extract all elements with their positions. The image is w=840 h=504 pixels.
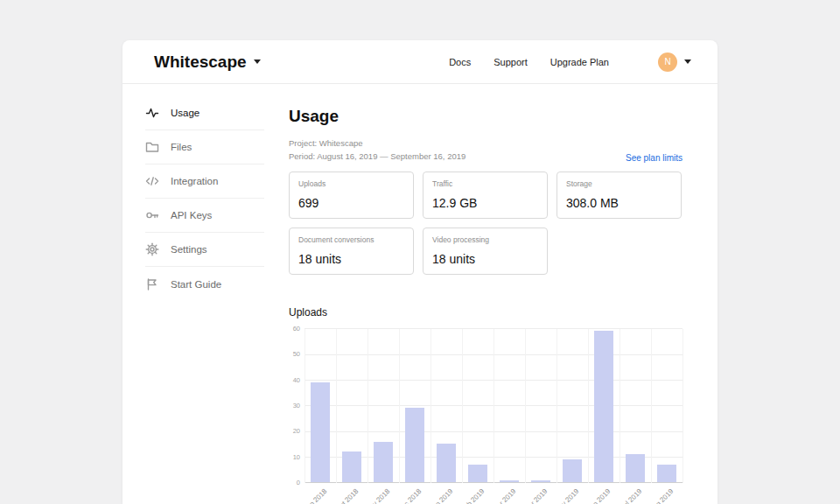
usage-meta: Project: Whitescape Period: August 16, 2… [289,137,466,163]
avatar: N [658,52,677,72]
stat-value: 12.9 GB [432,196,538,210]
y-tick-label: 40 [293,377,300,384]
chart-bar [374,442,393,483]
y-tick-label: 20 [293,428,300,435]
chart-bar [594,331,613,482]
gridline-vertical [494,329,494,483]
x-tick-label: 1 Feb 2019 [455,487,486,504]
chart-x-axis: 1 Sep 20181 Oct 20181 Nov 20181 Dec 2018… [289,483,682,504]
content-area: Usage Files Integration [122,84,718,504]
x-tick-label: 1 Oct 2018 [330,487,360,504]
gridline-vertical [620,329,620,483]
sidebar-item-integration[interactable]: Integration [145,164,264,199]
chart-bar [563,459,582,482]
stat-card-uploads: Uploads 699 [289,172,414,219]
sidebar-item-api-keys[interactable]: API Keys [145,199,264,233]
gridline-vertical [462,329,463,483]
x-tick-label: 1 Apr 2019 [520,487,550,504]
sidebar-item-label: Usage [171,108,200,118]
sidebar-item-files[interactable]: Files [145,130,264,164]
nav-link-docs[interactable]: Docs [449,57,471,67]
sidebar-item-start-guide[interactable]: Start Guide [145,267,264,301]
sidebar-item-label: Integration [171,176,218,186]
stat-label: Traffic [432,179,538,188]
chart-bar [405,408,424,482]
sidebar-item-usage[interactable]: Usage [145,96,264,130]
gridline-vertical [588,329,589,483]
x-tick-label: 1 Jun 2019 [582,487,612,504]
stat-label: Document conversions [298,235,404,244]
sidebar-item-label: Files [171,142,192,152]
top-bar: Whitescape Docs Support Upgrade Plan N [122,40,718,84]
logo-text: Whitescape [154,52,247,72]
stat-cards: Uploads 699 Traffic 12.9 GB Storage 308.… [289,172,682,275]
x-tick-label: 1 Jan 2019 [424,487,454,504]
chart-bar [500,480,519,483]
top-nav: Docs Support Upgrade Plan N [449,52,691,72]
chart-bar [311,382,330,482]
x-tick-label: 1 Aug 2019 [644,487,675,504]
stat-value: 18 units [432,252,538,266]
chart-title: Uploads [289,306,682,318]
chart-x-spacer [289,483,304,504]
sidebar-item-label: Settings [171,244,207,255]
stat-label: Video processing [432,235,538,244]
nav-link-support[interactable]: Support [494,57,528,67]
gridline-vertical [556,329,557,483]
project-line: Project: Whitescape [289,137,466,150]
see-plan-limits-link[interactable]: See plan limits [626,153,682,163]
key-icon [145,208,159,222]
stat-card-traffic: Traffic 12.9 GB [423,172,548,219]
chart-bar [342,452,361,482]
activity-icon [145,106,159,120]
gridline-vertical [399,329,400,483]
workspace-switcher[interactable]: Whitescape [154,52,261,72]
x-tick-label: 1 Nov 2018 [360,487,391,504]
chevron-down-icon [684,60,691,64]
dashboard-card: Whitescape Docs Support Upgrade Plan N U… [122,40,718,504]
flag-icon [145,277,159,291]
code-icon [145,174,159,188]
sidebar: Usage Files Integration [122,84,264,504]
chart-bar [437,444,456,482]
chart-bar [626,454,645,482]
gridline-vertical [368,329,368,483]
stat-card-storage: Storage 308.0 MB [556,172,682,219]
gridline-vertical [430,329,431,483]
y-tick-label: 30 [293,402,300,410]
y-tick-label: 50 [293,351,300,358]
meta-row: Project: Whitescape Period: August 16, 2… [289,137,682,163]
stat-value: 18 units [298,252,404,266]
sidebar-item-label: API Keys [171,210,212,220]
period-line: Period: August 16, 2019 — September 16, … [289,150,466,164]
uploads-chart-section: Uploads 0102030405060 1 Sep 20181 Oct 20… [289,306,682,504]
gridline-vertical [336,329,337,483]
x-tick-label: 1 Jul 2019 [615,487,643,504]
stat-label: Storage [566,179,672,188]
main-panel: Usage Project: Whitescape Period: August… [264,84,718,504]
chart-bar [531,480,550,483]
x-tick-label: 1 May 2019 [549,487,580,504]
chevron-down-icon [254,60,261,64]
gridline-vertical [682,329,683,483]
y-tick-label: 60 [293,326,300,332]
uploads-bar-chart: 0102030405060 [289,329,682,483]
gridline-vertical [304,329,305,483]
stat-label: Uploads [298,179,404,188]
stat-value: 308.0 MB [566,196,672,210]
folder-icon [145,140,159,154]
nav-link-upgrade-plan[interactable]: Upgrade Plan [550,57,609,67]
account-menu[interactable]: N [658,52,691,72]
chart-bar [657,465,676,483]
chart-x-labels: 1 Sep 20181 Oct 20181 Nov 20181 Dec 2018… [304,483,682,504]
x-tick-label: 1 Dec 2018 [392,487,423,504]
stat-card-video-processing: Video processing 18 units [423,228,548,275]
gridline-vertical [651,329,652,483]
sidebar-item-label: Start Guide [171,279,221,290]
gridline-vertical [525,329,526,483]
page-title: Usage [289,107,682,126]
y-tick-label: 10 [293,454,300,461]
chart-plot [304,329,682,483]
stat-value: 699 [298,196,404,210]
sidebar-item-settings[interactable]: Settings [145,233,264,267]
